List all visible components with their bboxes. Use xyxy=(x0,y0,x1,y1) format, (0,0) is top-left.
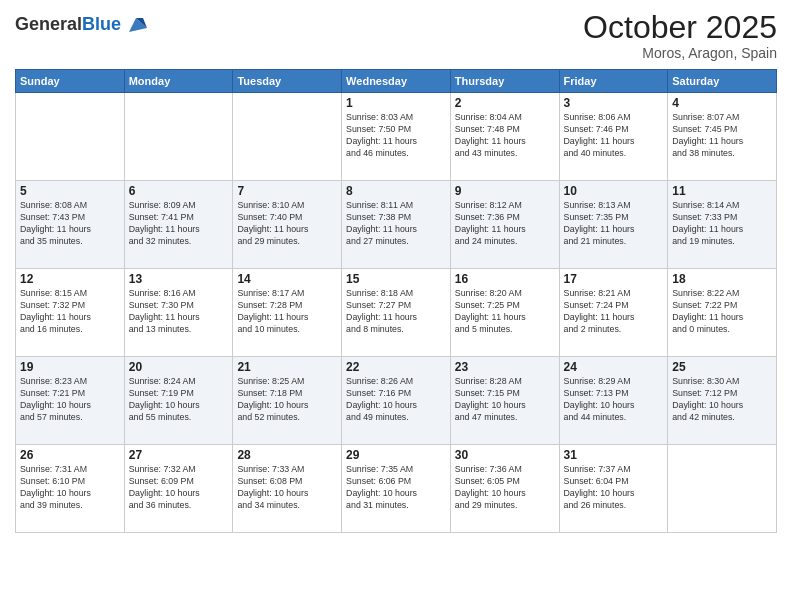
day-number: 30 xyxy=(455,448,555,462)
calendar-table: SundayMondayTuesdayWednesdayThursdayFrid… xyxy=(15,69,777,533)
header: GeneralBlue October 2025 Moros, Aragon, … xyxy=(15,10,777,61)
logo-general-text: General xyxy=(15,14,82,34)
day-info: Sunrise: 8:10 AM Sunset: 7:40 PM Dayligh… xyxy=(237,200,337,248)
day-info: Sunrise: 8:20 AM Sunset: 7:25 PM Dayligh… xyxy=(455,288,555,336)
calendar-cell: 1Sunrise: 8:03 AM Sunset: 7:50 PM Daylig… xyxy=(342,93,451,181)
weekday-header-thursday: Thursday xyxy=(450,70,559,93)
calendar-cell: 16Sunrise: 8:20 AM Sunset: 7:25 PM Dayli… xyxy=(450,269,559,357)
day-number: 29 xyxy=(346,448,446,462)
calendar-cell: 8Sunrise: 8:11 AM Sunset: 7:38 PM Daylig… xyxy=(342,181,451,269)
calendar-cell: 11Sunrise: 8:14 AM Sunset: 7:33 PM Dayli… xyxy=(668,181,777,269)
day-number: 17 xyxy=(564,272,664,286)
calendar-cell: 15Sunrise: 8:18 AM Sunset: 7:27 PM Dayli… xyxy=(342,269,451,357)
day-number: 22 xyxy=(346,360,446,374)
weekday-header-saturday: Saturday xyxy=(668,70,777,93)
calendar-cell: 26Sunrise: 7:31 AM Sunset: 6:10 PM Dayli… xyxy=(16,445,125,533)
calendar-cell: 29Sunrise: 7:35 AM Sunset: 6:06 PM Dayli… xyxy=(342,445,451,533)
day-info: Sunrise: 8:12 AM Sunset: 7:36 PM Dayligh… xyxy=(455,200,555,248)
calendar-cell xyxy=(124,93,233,181)
weekday-header-monday: Monday xyxy=(124,70,233,93)
calendar-cell: 2Sunrise: 8:04 AM Sunset: 7:48 PM Daylig… xyxy=(450,93,559,181)
day-info: Sunrise: 8:06 AM Sunset: 7:46 PM Dayligh… xyxy=(564,112,664,160)
day-info: Sunrise: 8:23 AM Sunset: 7:21 PM Dayligh… xyxy=(20,376,120,424)
weekday-header-sunday: Sunday xyxy=(16,70,125,93)
calendar-cell: 22Sunrise: 8:26 AM Sunset: 7:16 PM Dayli… xyxy=(342,357,451,445)
day-info: Sunrise: 8:21 AM Sunset: 7:24 PM Dayligh… xyxy=(564,288,664,336)
day-number: 21 xyxy=(237,360,337,374)
calendar-cell: 30Sunrise: 7:36 AM Sunset: 6:05 PM Dayli… xyxy=(450,445,559,533)
calendar-cell: 24Sunrise: 8:29 AM Sunset: 7:13 PM Dayli… xyxy=(559,357,668,445)
day-number: 16 xyxy=(455,272,555,286)
day-number: 13 xyxy=(129,272,229,286)
day-number: 28 xyxy=(237,448,337,462)
calendar-cell: 28Sunrise: 7:33 AM Sunset: 6:08 PM Dayli… xyxy=(233,445,342,533)
day-info: Sunrise: 8:08 AM Sunset: 7:43 PM Dayligh… xyxy=(20,200,120,248)
day-number: 11 xyxy=(672,184,772,198)
day-info: Sunrise: 7:32 AM Sunset: 6:09 PM Dayligh… xyxy=(129,464,229,512)
calendar-cell xyxy=(16,93,125,181)
calendar-cell: 7Sunrise: 8:10 AM Sunset: 7:40 PM Daylig… xyxy=(233,181,342,269)
calendar-cell: 25Sunrise: 8:30 AM Sunset: 7:12 PM Dayli… xyxy=(668,357,777,445)
page: GeneralBlue October 2025 Moros, Aragon, … xyxy=(0,0,792,612)
day-info: Sunrise: 8:28 AM Sunset: 7:15 PM Dayligh… xyxy=(455,376,555,424)
calendar-week-row-1: 1Sunrise: 8:03 AM Sunset: 7:50 PM Daylig… xyxy=(16,93,777,181)
logo-blue-text: Blue xyxy=(82,14,121,34)
day-number: 5 xyxy=(20,184,120,198)
weekday-header-tuesday: Tuesday xyxy=(233,70,342,93)
day-info: Sunrise: 7:37 AM Sunset: 6:04 PM Dayligh… xyxy=(564,464,664,512)
day-info: Sunrise: 7:33 AM Sunset: 6:08 PM Dayligh… xyxy=(237,464,337,512)
month-title: October 2025 xyxy=(583,10,777,45)
day-info: Sunrise: 8:29 AM Sunset: 7:13 PM Dayligh… xyxy=(564,376,664,424)
day-info: Sunrise: 7:31 AM Sunset: 6:10 PM Dayligh… xyxy=(20,464,120,512)
calendar-cell: 6Sunrise: 8:09 AM Sunset: 7:41 PM Daylig… xyxy=(124,181,233,269)
day-number: 31 xyxy=(564,448,664,462)
calendar-cell: 9Sunrise: 8:12 AM Sunset: 7:36 PM Daylig… xyxy=(450,181,559,269)
day-info: Sunrise: 8:03 AM Sunset: 7:50 PM Dayligh… xyxy=(346,112,446,160)
day-number: 12 xyxy=(20,272,120,286)
day-number: 25 xyxy=(672,360,772,374)
calendar-cell xyxy=(233,93,342,181)
day-info: Sunrise: 8:07 AM Sunset: 7:45 PM Dayligh… xyxy=(672,112,772,160)
day-info: Sunrise: 8:17 AM Sunset: 7:28 PM Dayligh… xyxy=(237,288,337,336)
weekday-header-friday: Friday xyxy=(559,70,668,93)
day-number: 15 xyxy=(346,272,446,286)
day-info: Sunrise: 8:30 AM Sunset: 7:12 PM Dayligh… xyxy=(672,376,772,424)
calendar-week-row-3: 12Sunrise: 8:15 AM Sunset: 7:32 PM Dayli… xyxy=(16,269,777,357)
calendar-cell: 3Sunrise: 8:06 AM Sunset: 7:46 PM Daylig… xyxy=(559,93,668,181)
day-info: Sunrise: 8:13 AM Sunset: 7:35 PM Dayligh… xyxy=(564,200,664,248)
logo-icon xyxy=(125,14,147,36)
calendar-cell: 31Sunrise: 7:37 AM Sunset: 6:04 PM Dayli… xyxy=(559,445,668,533)
day-info: Sunrise: 7:35 AM Sunset: 6:06 PM Dayligh… xyxy=(346,464,446,512)
day-info: Sunrise: 8:25 AM Sunset: 7:18 PM Dayligh… xyxy=(237,376,337,424)
calendar-week-row-2: 5Sunrise: 8:08 AM Sunset: 7:43 PM Daylig… xyxy=(16,181,777,269)
day-number: 23 xyxy=(455,360,555,374)
calendar-cell: 21Sunrise: 8:25 AM Sunset: 7:18 PM Dayli… xyxy=(233,357,342,445)
day-info: Sunrise: 8:18 AM Sunset: 7:27 PM Dayligh… xyxy=(346,288,446,336)
day-number: 10 xyxy=(564,184,664,198)
calendar-cell: 27Sunrise: 7:32 AM Sunset: 6:09 PM Dayli… xyxy=(124,445,233,533)
day-info: Sunrise: 8:14 AM Sunset: 7:33 PM Dayligh… xyxy=(672,200,772,248)
day-info: Sunrise: 8:11 AM Sunset: 7:38 PM Dayligh… xyxy=(346,200,446,248)
day-number: 19 xyxy=(20,360,120,374)
calendar-cell: 18Sunrise: 8:22 AM Sunset: 7:22 PM Dayli… xyxy=(668,269,777,357)
day-number: 6 xyxy=(129,184,229,198)
day-info: Sunrise: 8:26 AM Sunset: 7:16 PM Dayligh… xyxy=(346,376,446,424)
day-number: 26 xyxy=(20,448,120,462)
day-info: Sunrise: 8:15 AM Sunset: 7:32 PM Dayligh… xyxy=(20,288,120,336)
day-number: 14 xyxy=(237,272,337,286)
calendar-cell xyxy=(668,445,777,533)
day-number: 3 xyxy=(564,96,664,110)
day-number: 18 xyxy=(672,272,772,286)
location-subtitle: Moros, Aragon, Spain xyxy=(583,45,777,61)
logo: GeneralBlue xyxy=(15,14,147,36)
day-number: 2 xyxy=(455,96,555,110)
weekday-header-wednesday: Wednesday xyxy=(342,70,451,93)
calendar-cell: 10Sunrise: 8:13 AM Sunset: 7:35 PM Dayli… xyxy=(559,181,668,269)
day-number: 24 xyxy=(564,360,664,374)
calendar-cell: 4Sunrise: 8:07 AM Sunset: 7:45 PM Daylig… xyxy=(668,93,777,181)
calendar-cell: 5Sunrise: 8:08 AM Sunset: 7:43 PM Daylig… xyxy=(16,181,125,269)
day-number: 20 xyxy=(129,360,229,374)
calendar-cell: 12Sunrise: 8:15 AM Sunset: 7:32 PM Dayli… xyxy=(16,269,125,357)
day-info: Sunrise: 8:24 AM Sunset: 7:19 PM Dayligh… xyxy=(129,376,229,424)
day-number: 8 xyxy=(346,184,446,198)
